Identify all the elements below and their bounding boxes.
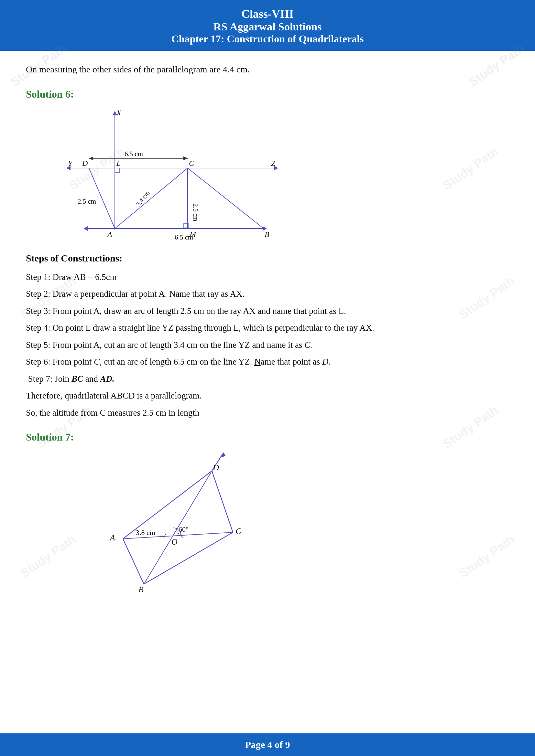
label7-d: D bbox=[212, 463, 219, 472]
label-l: L bbox=[116, 159, 121, 167]
label7-60deg: 60° bbox=[179, 525, 188, 533]
conclusion2: So, the altitude from C measures 2.5 cm … bbox=[26, 406, 509, 419]
label-d: D bbox=[82, 159, 88, 167]
page-footer: Page 4 of 9 bbox=[0, 733, 535, 756]
label-25cm-left: 2.5 cm bbox=[78, 198, 96, 205]
solution6-heading: Solution 6: bbox=[26, 86, 509, 102]
svg-marker-16 bbox=[183, 156, 187, 160]
svg-line-25 bbox=[164, 534, 166, 538]
solution6-diagram: X Y Z D L C A B M bbox=[65, 108, 291, 244]
step1: Step 1: Draw AB = 6.5cm bbox=[26, 271, 509, 284]
label-z: Z bbox=[271, 159, 276, 167]
solution7-diagram-section: A B C D O 60° 3.8 cm bbox=[26, 451, 509, 604]
svg-line-26 bbox=[181, 534, 183, 538]
step5: Step 5: From point A, cut an arc of leng… bbox=[26, 338, 509, 352]
main-content: On measuring the other sides of the para… bbox=[0, 51, 535, 636]
svg-rect-10 bbox=[115, 168, 119, 173]
header-class: Class-VIII bbox=[3, 7, 532, 21]
label7-o: O bbox=[171, 537, 178, 547]
page-header: Class-VIII RS Aggarwal Solutions Chapter… bbox=[0, 0, 535, 51]
steps-heading: Steps of Constructions: bbox=[26, 251, 509, 266]
header-chapter: Chapter 17: Construction of Quadrilatera… bbox=[3, 33, 532, 45]
conclusion1: Therefore, quadrilateral ABCD is a paral… bbox=[26, 389, 509, 402]
intro-text: On measuring the other sides of the para… bbox=[26, 62, 509, 77]
page-number: Page 4 of 9 bbox=[245, 739, 290, 750]
label-65cm-bottom: 6.5 cm bbox=[175, 233, 193, 241]
label-65cm-top: 6.5 cm bbox=[125, 150, 143, 158]
diagram7-svg: A B C D O 60° 3.8 cm bbox=[91, 448, 272, 604]
label-y: Y bbox=[68, 159, 73, 167]
solution7-heading: Solution 7: bbox=[26, 429, 509, 446]
label-25cm-right: 2.5 cm bbox=[192, 203, 199, 221]
step6: Step 6: From point C, cut an arc of leng… bbox=[26, 355, 509, 368]
svg-line-13 bbox=[115, 168, 187, 229]
header-book: RS Aggarwal Solutions bbox=[3, 21, 532, 33]
svg-marker-15 bbox=[89, 156, 93, 160]
label7-b: B bbox=[138, 585, 144, 594]
step2: Step 2: Draw a perpendicular at point A.… bbox=[26, 287, 509, 301]
svg-line-22 bbox=[144, 471, 212, 584]
label7-c: C bbox=[236, 526, 241, 536]
svg-line-17 bbox=[123, 539, 144, 584]
solution7-diagram: A B C D O 60° 3.8 cm bbox=[91, 448, 272, 604]
svg-marker-24 bbox=[221, 452, 226, 457]
step3: Step 3: From point A, draw an arc of len… bbox=[26, 305, 509, 318]
diagram6-svg: X Y Z D L C A B M bbox=[65, 108, 291, 244]
label7-38cm: 3.8 cm bbox=[136, 528, 155, 536]
label-c: C bbox=[189, 159, 194, 167]
svg-line-18 bbox=[144, 532, 233, 584]
solution6-diagram-section: X Y Z D L C A B M bbox=[26, 108, 509, 244]
step4: Step 4: On point L draw a straight line … bbox=[26, 321, 509, 335]
label-a: A bbox=[107, 230, 112, 238]
label-x: X bbox=[116, 109, 122, 117]
step7: Step 7: Join BC and AD. bbox=[26, 372, 509, 386]
svg-line-19 bbox=[212, 471, 233, 532]
label7-a: A bbox=[109, 533, 115, 542]
label-b: B bbox=[265, 230, 269, 238]
